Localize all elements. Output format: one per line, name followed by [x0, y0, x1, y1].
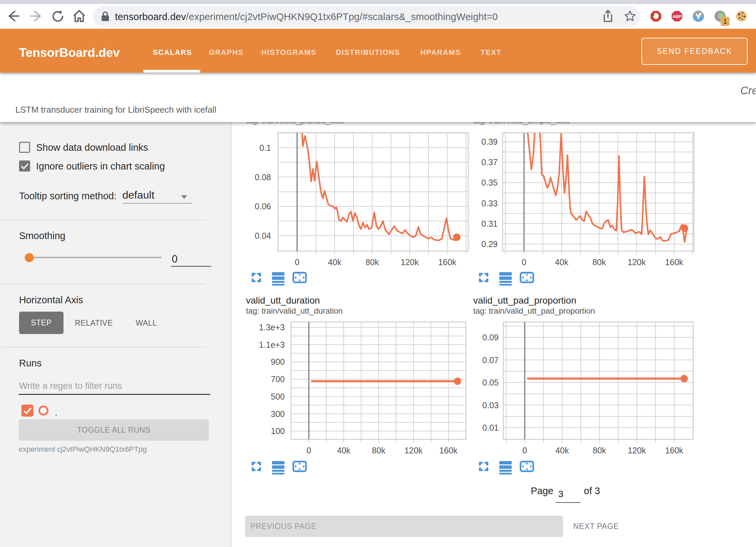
- svg-text:80k: 80k: [592, 257, 606, 267]
- svg-text:160k: 160k: [439, 446, 458, 455]
- svg-text:ABP: ABP: [672, 14, 682, 19]
- svg-text:0.07: 0.07: [482, 355, 499, 365]
- svg-text:120k: 120k: [628, 446, 646, 455]
- svg-text:0.03: 0.03: [482, 401, 499, 410]
- svg-text:0.1: 0.1: [259, 143, 271, 152]
- svg-text:0: 0: [295, 257, 299, 267]
- svg-text:0.05: 0.05: [482, 378, 499, 387]
- svg-text:0.06: 0.06: [255, 202, 271, 211]
- svg-text:500: 500: [271, 392, 285, 401]
- svg-text:40k: 40k: [555, 257, 569, 267]
- svg-text:160k: 160k: [665, 257, 683, 267]
- svg-text:700: 700: [271, 374, 285, 384]
- svg-text:900: 900: [271, 357, 285, 366]
- svg-text:0: 0: [522, 446, 527, 455]
- svg-text:0.37: 0.37: [481, 157, 498, 167]
- svg-text:0: 0: [522, 257, 526, 267]
- svg-text:tag: train/valid_utt_duration: tag: train/valid_utt_duration: [246, 306, 343, 315]
- svg-text:80k: 80k: [372, 446, 386, 455]
- svg-text:1.1e+3: 1.1e+3: [259, 340, 285, 349]
- svg-text:tag: train/valid_utt_pad_propo: tag: train/valid_utt_pad_proportion: [473, 306, 595, 315]
- svg-text:40k: 40k: [555, 446, 569, 455]
- svg-text:40k: 40k: [328, 257, 342, 267]
- svg-text:160k: 160k: [438, 257, 457, 267]
- svg-text:100: 100: [271, 426, 285, 436]
- svg-text:120k: 120k: [401, 257, 419, 267]
- svg-text:0.04: 0.04: [255, 231, 271, 240]
- svg-text:0.08: 0.08: [255, 173, 271, 182]
- svg-text:0.31: 0.31: [481, 219, 498, 228]
- svg-text:120k: 120k: [628, 257, 646, 267]
- svg-text:1.3e+3: 1.3e+3: [259, 323, 285, 332]
- svg-text:0: 0: [306, 446, 311, 455]
- svg-text:0.39: 0.39: [481, 137, 498, 146]
- svg-text:300: 300: [271, 409, 285, 419]
- svg-text:40k: 40k: [337, 446, 351, 455]
- svg-text:80k: 80k: [365, 257, 379, 267]
- svg-text:valid_utt_pad_proportion: valid_utt_pad_proportion: [473, 295, 576, 306]
- svg-text:0.29: 0.29: [481, 239, 498, 249]
- svg-text:valid_utt_duration: valid_utt_duration: [246, 295, 320, 306]
- svg-text:0.09: 0.09: [482, 333, 499, 342]
- svg-text:0.01: 0.01: [482, 423, 499, 432]
- svg-text:0.35: 0.35: [481, 178, 498, 187]
- svg-text:160k: 160k: [665, 446, 683, 455]
- svg-text:0.33: 0.33: [481, 199, 498, 208]
- svg-text:80k: 80k: [593, 446, 606, 455]
- svg-text:120k: 120k: [404, 446, 423, 455]
